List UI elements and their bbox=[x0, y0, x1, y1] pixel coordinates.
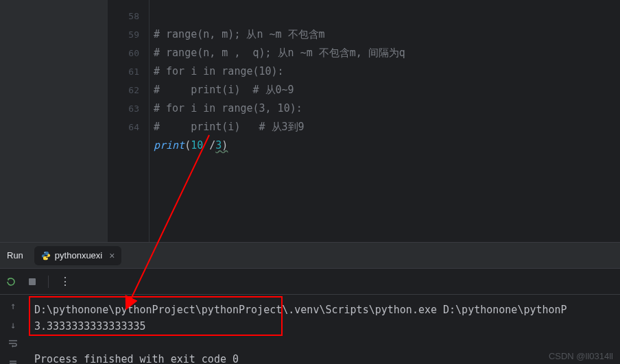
run-tab-bar: Run pythonxuexi × bbox=[0, 243, 620, 269]
watermark: CSDN @ll0314ll bbox=[549, 351, 613, 361]
editor-area: 58 59 60 61 62 63 64 # range(n, m); 从n ~… bbox=[0, 0, 620, 242]
console-line: Process finished with exit code 0 bbox=[34, 353, 239, 364]
code-line: print(10 /3) bbox=[154, 139, 228, 151]
console-line: 3.3333333333333335 bbox=[34, 320, 146, 332]
code-line: # print(i) # 从3到9 bbox=[154, 121, 305, 133]
run-label[interactable]: Run bbox=[4, 250, 26, 260]
run-toolbar: ⋮ bbox=[0, 269, 620, 295]
restart-icon[interactable] bbox=[5, 276, 16, 287]
down-arrow-icon[interactable]: ↓ bbox=[10, 319, 16, 330]
svg-point-0 bbox=[44, 252, 45, 252]
project-panel[interactable] bbox=[0, 0, 108, 242]
console-line: D:\pythonone\pythonProject\pythonProject… bbox=[34, 304, 567, 316]
run-panel: Run pythonxuexi × ⋮ ↑ ↓ D:\p bbox=[0, 242, 620, 364]
python-icon bbox=[41, 251, 51, 260]
gutter: 58 59 60 61 62 63 64 bbox=[108, 0, 150, 242]
console-side-icons: ↑ ↓ bbox=[0, 295, 26, 364]
scroll-icon[interactable] bbox=[8, 359, 18, 364]
code-line: # range(n, m , q); 从n ~m 不包含m, 间隔为q bbox=[154, 47, 405, 59]
line-number: 61 bbox=[108, 62, 139, 81]
line-number: 63 bbox=[108, 99, 139, 118]
line-number: 60 bbox=[108, 44, 139, 62]
line-number: 58 bbox=[108, 7, 139, 25]
stop-icon[interactable] bbox=[27, 277, 37, 287]
svg-point-1 bbox=[47, 258, 47, 259]
run-tab-name: pythonxuexi bbox=[55, 250, 102, 260]
code-line: # for i in range(3, 10): bbox=[154, 102, 302, 114]
line-number: 62 bbox=[108, 81, 139, 99]
line-number: 64 bbox=[108, 118, 139, 136]
run-tab[interactable]: pythonxuexi × bbox=[34, 246, 122, 265]
separator bbox=[48, 276, 49, 288]
up-arrow-icon[interactable]: ↑ bbox=[10, 300, 16, 311]
console-output[interactable]: D:\pythonone\pythonProject\pythonProject… bbox=[26, 295, 620, 364]
line-number: 59 bbox=[108, 25, 139, 44]
console-wrap: ↑ ↓ D:\pythonone\pythonProject\pythonPro… bbox=[0, 295, 620, 364]
more-icon[interactable]: ⋮ bbox=[60, 275, 72, 288]
wrap-icon[interactable] bbox=[8, 339, 19, 350]
code-line: # print(i) # 从0~9 bbox=[154, 84, 294, 96]
code-editor[interactable]: # range(n, m); 从n ~m 不包含m # range(n, m ,… bbox=[150, 0, 620, 242]
svg-rect-2 bbox=[29, 278, 36, 285]
code-line: # range(n, m); 从n ~m 不包含m bbox=[154, 28, 325, 40]
code-line: # for i in range(10): bbox=[154, 65, 284, 77]
close-icon[interactable]: × bbox=[109, 250, 115, 261]
